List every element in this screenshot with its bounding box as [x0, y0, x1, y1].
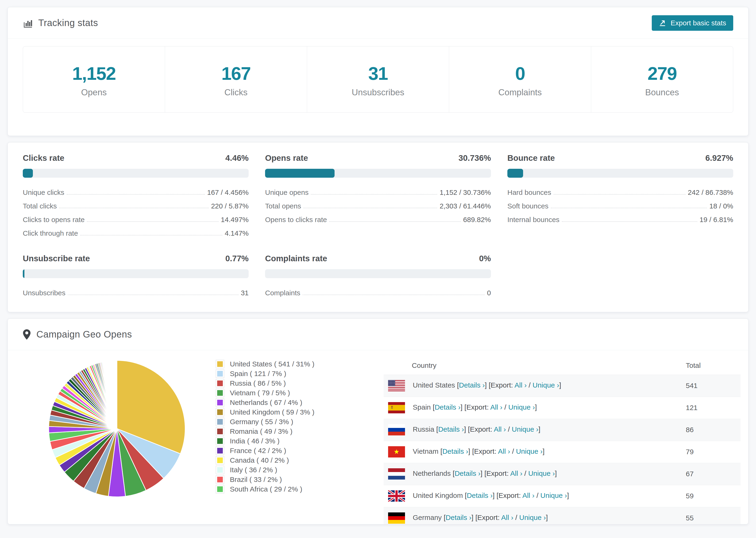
stat-row-value: 2,303 / 61.446%: [440, 202, 491, 210]
export-unique-link[interactable]: Unique ›: [512, 425, 538, 433]
tracking-stats-card: Tracking stats Export basic stats 1,152O…: [8, 7, 748, 136]
dotted-leader: [87, 221, 218, 222]
rate-section-clicks-rate: Clicks rate4.46%Unique clicks167 / 4.456…: [23, 153, 249, 240]
dotted-leader: [67, 194, 205, 194]
legend-swatch: [216, 427, 224, 436]
legend-label: United Kingdom ( 59 / 3% ): [230, 408, 314, 416]
table-row: Vietnam [Details ›] [Export: All › / Uni…: [384, 441, 740, 463]
table-row: Netherlands [Details ›] [Export: All › /…: [384, 463, 740, 485]
table-row: Russia [Details ›] [Export: All › / Uniq…: [384, 419, 740, 441]
export-unique-link[interactable]: Unique ›: [508, 403, 535, 411]
legend-label: Russia ( 86 / 5% ): [230, 379, 286, 387]
export-all-link[interactable]: All ›: [514, 381, 527, 389]
legend-label: Brazil ( 33 / 2% ): [230, 476, 282, 484]
legend-label: India ( 46 / 3% ): [230, 437, 280, 445]
legend-swatch: [216, 466, 224, 474]
country-name: United States: [413, 381, 457, 389]
country-total: 55: [686, 507, 740, 524]
stat-row-label: Unique opens: [265, 188, 308, 196]
stat-row-label: Internal bounces: [507, 216, 560, 224]
details-link[interactable]: Details ›: [467, 492, 493, 499]
export-all-link[interactable]: All ›: [490, 403, 503, 411]
legend-item: United Kingdom ( 59 / 3% ): [216, 407, 349, 417]
rate-section-complaints-rate: Complaints rate0%Complaints0: [265, 254, 491, 300]
export-all-link[interactable]: All ›: [501, 513, 513, 521]
country-name: Spain: [413, 403, 433, 411]
legend-item: Italy ( 36 / 2% ): [216, 465, 349, 475]
map-pin-icon: [23, 329, 31, 340]
stat-row-label: Total opens: [265, 202, 301, 210]
pie-legend: United States ( 541 / 31% )Spain ( 121 /…: [216, 359, 349, 494]
country-total: 79: [686, 441, 740, 463]
stat-row: Soft bounces18 / 0%: [507, 199, 733, 213]
stat-row-value: 167 / 4.456%: [207, 188, 249, 196]
export-unique-link[interactable]: Unique ›: [540, 492, 567, 499]
stat-row-label: Soft bounces: [507, 202, 549, 210]
legend-label: South Africa ( 29 / 2% ): [230, 485, 302, 493]
export-unique-link[interactable]: Unique ›: [532, 381, 559, 389]
dotted-leader: [303, 208, 437, 208]
details-link[interactable]: Details ›: [435, 403, 460, 411]
export-button-label: Export basic stats: [671, 19, 726, 27]
legend-label: Germany ( 55 / 3% ): [230, 418, 293, 426]
rate-title: Unsubscribe rate: [23, 254, 90, 263]
stat-row-label: Unsubscribes: [23, 289, 66, 297]
geo-pie-chart: [44, 356, 190, 501]
rate-value: 4.46%: [225, 153, 249, 163]
export-basic-stats-button[interactable]: Export basic stats: [652, 15, 733, 31]
export-unique-link[interactable]: Unique ›: [516, 447, 543, 455]
stat-row: Unique opens1,152 / 30.736%: [265, 186, 491, 199]
export-all-link[interactable]: All ›: [494, 425, 506, 433]
details-link[interactable]: Details ›: [459, 381, 485, 389]
legend-item: Netherlands ( 67 / 4% ): [216, 398, 349, 407]
table-row: United Kingdom [Details ›] [Export: All …: [384, 485, 740, 507]
rate-value: 0.77%: [225, 254, 249, 263]
stat-row-value: 242 / 86.738%: [688, 188, 733, 196]
details-link[interactable]: Details ›: [442, 447, 468, 455]
rate-section-bounce-rate: Bounce rate6.927%Hard bounces242 / 86.73…: [507, 153, 733, 240]
export-unique-link[interactable]: Unique ›: [519, 513, 546, 521]
legend-swatch: [216, 475, 224, 484]
dotted-leader: [551, 208, 707, 208]
rates-grid: Clicks rate4.46%Unique clicks167 / 4.456…: [23, 153, 733, 300]
column-header-total: Total: [686, 356, 740, 375]
stat-row-label: Unique clicks: [23, 188, 64, 196]
legend-item: Russia ( 86 / 5% ): [216, 378, 349, 388]
column-header-country: Country: [384, 356, 686, 375]
stat-row: Total clicks220 / 5.87%: [23, 199, 249, 213]
details-link[interactable]: Details ›: [446, 513, 471, 521]
legend-swatch: [216, 360, 224, 368]
table-row: United States [Details ›] [Export: All ›…: [384, 375, 740, 397]
stat-row: Unique clicks167 / 4.456%: [23, 186, 249, 199]
stat-row: Opens to clicks rate689.82%: [265, 213, 491, 227]
dotted-leader: [562, 221, 697, 222]
details-link[interactable]: Details ›: [438, 425, 464, 433]
legend-label: Romania ( 49 / 3% ): [230, 427, 293, 435]
country-name: Russia: [413, 425, 436, 433]
progress-bar: [23, 169, 249, 178]
stat-label: Bounces: [591, 87, 733, 97]
stat-row-label: Clicks to opens rate: [23, 216, 84, 224]
stat-row: Complaints0: [265, 286, 491, 300]
stat-box-complaints: 0Complaints: [449, 46, 591, 112]
stat-value: 0: [449, 63, 591, 84]
export-all-link[interactable]: All ›: [522, 492, 535, 499]
country-total: 59: [686, 485, 740, 507]
export-all-link[interactable]: All ›: [510, 469, 522, 477]
legend-swatch: [216, 398, 224, 407]
legend-swatch: [216, 485, 224, 493]
export-all-link[interactable]: All ›: [498, 447, 510, 455]
flag-icon-gb: [388, 490, 405, 502]
export-unique-link[interactable]: Unique ›: [528, 469, 555, 477]
rate-title: Complaints rate: [265, 254, 327, 263]
legend-swatch: [216, 418, 224, 426]
rate-title: Clicks rate: [23, 153, 64, 163]
stat-row: Clicks to opens rate14.497%: [23, 213, 249, 227]
details-link[interactable]: Details ›: [455, 469, 480, 477]
country-total: 541: [686, 375, 740, 397]
bar-chart-icon: [23, 18, 33, 28]
legend-label: Vietnam ( 79 / 5% ): [230, 389, 290, 397]
stat-box-clicks: 167Clicks: [165, 46, 307, 112]
stat-row-label: Complaints: [265, 289, 300, 297]
legend-swatch: [216, 389, 224, 397]
